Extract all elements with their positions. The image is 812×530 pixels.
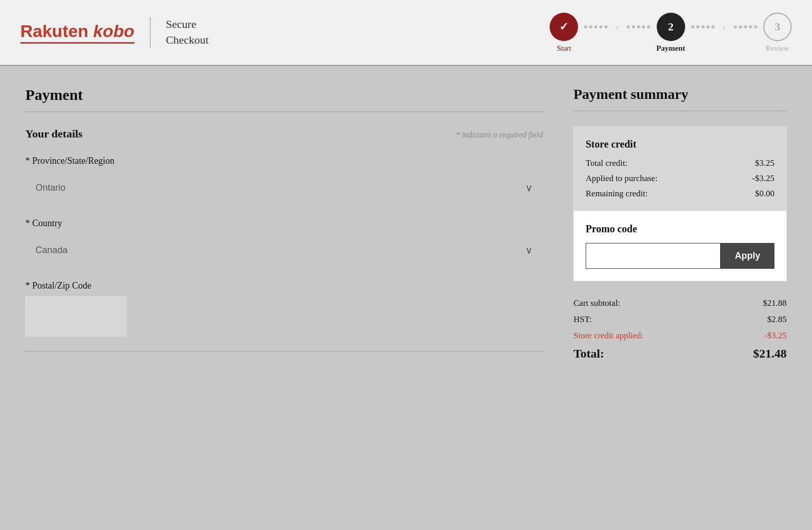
left-panel: Payment Your details * indicates a requi…	[25, 86, 573, 366]
summary-divider	[573, 111, 787, 111]
grand-total-row: Total: $21.48	[573, 347, 787, 361]
step-start-circle: ✓	[550, 13, 578, 41]
step-start-label: Start	[557, 44, 571, 53]
step-arrow-1: ›	[616, 22, 619, 44]
step-payment-number: 2	[668, 20, 673, 33]
section-divider-bottom	[25, 351, 543, 351]
credit-total-label: Total credit:	[586, 158, 627, 168]
logo-rakuten: Rakuten	[20, 21, 88, 41]
credit-remaining-value: $0.00	[755, 189, 774, 199]
store-credit-title: Store credit	[586, 138, 774, 150]
payment-title: Payment	[25, 86, 543, 103]
logo-kobo: kobo	[93, 21, 134, 41]
step-review-circle: 3	[763, 13, 792, 41]
step-payment: 2 Payment	[656, 13, 685, 53]
section-divider-top	[25, 112, 543, 112]
credit-total-value: $3.25	[755, 158, 774, 168]
main-content: Payment Your details * indicates a requi…	[0, 66, 812, 386]
credit-remaining-label: Remaining credit:	[586, 189, 648, 199]
step-dots-1	[584, 25, 607, 40]
step-start: ✓ Start	[550, 13, 578, 53]
credit-row-applied: Applied to purchase: -$3.25	[586, 173, 774, 184]
promo-code-input[interactable]	[586, 243, 721, 269]
hst-row: HST: $2.85	[573, 314, 787, 325]
your-details-label: Your details	[25, 127, 83, 140]
grand-total-value: $21.48	[753, 347, 787, 361]
step-dots-4	[734, 25, 757, 40]
province-chevron-icon: ∨	[525, 182, 533, 194]
step-review-number: 3	[775, 20, 781, 33]
credit-row-total: Total credit: $3.25	[586, 158, 774, 168]
your-details-row: Your details * indicates a required fiel…	[25, 127, 543, 140]
checkmark-icon: ✓	[559, 20, 568, 33]
postal-label: * Postal/Zip Code	[25, 280, 543, 291]
summary-title: Payment summary	[573, 86, 787, 102]
store-credit-applied-row: Store credit applied: -$3.25	[573, 331, 787, 341]
promo-box: Promo code Apply	[573, 211, 787, 281]
step-arrow-2: ›	[723, 22, 726, 44]
step-review-label: Review	[766, 44, 789, 53]
step-payment-label: Payment	[656, 44, 685, 53]
logo-divider	[150, 17, 151, 48]
postal-field-group: * Postal/Zip Code	[25, 280, 543, 337]
secure-checkout: Secure Checkout	[166, 17, 209, 48]
province-select-wrapper[interactable]: Ontario ∨	[25, 171, 543, 204]
country-label: * Country	[25, 218, 543, 229]
logo-area: Rakuten kobo Secure Checkout	[20, 17, 209, 48]
step-payment-circle: 2	[657, 13, 685, 41]
country-select[interactable]: Canada	[25, 234, 452, 266]
country-select-wrapper[interactable]: Canada ∨	[25, 234, 543, 266]
hst-label: HST:	[573, 314, 592, 325]
logo: Rakuten kobo	[20, 21, 134, 44]
promo-input-row: Apply	[586, 243, 774, 269]
header: Rakuten kobo Secure Checkout ✓ Start ›	[0, 0, 812, 66]
postal-input[interactable]	[25, 296, 127, 337]
country-chevron-icon: ∨	[525, 244, 533, 256]
step-dots-2	[627, 25, 650, 40]
step-review: 3 Review	[763, 13, 792, 53]
province-field-group: * Province/State/Region Ontario ∨	[25, 156, 543, 204]
step-dots-3	[691, 25, 715, 40]
country-field-group: * Country Canada ∨	[25, 218, 543, 266]
cart-subtotal-row: Cart subtotal: $21.88	[573, 298, 787, 308]
cart-subtotal-value: $21.88	[763, 298, 787, 308]
store-credit-box: Store credit Total credit: $3.25 Applied…	[573, 126, 787, 211]
province-select[interactable]: Ontario	[25, 171, 452, 204]
apply-button[interactable]: Apply	[721, 243, 774, 269]
hst-value: $2.85	[767, 314, 787, 325]
credit-row-remaining: Remaining credit: $0.00	[586, 189, 774, 199]
summary-totals: Cart subtotal: $21.88 HST: $2.85 Store c…	[573, 293, 787, 366]
credit-applied-value: -$3.25	[752, 173, 774, 184]
grand-total-label: Total:	[573, 347, 604, 361]
cart-subtotal-label: Cart subtotal:	[573, 298, 620, 308]
required-note: * indicates a required field	[456, 130, 543, 139]
logo-underline	[20, 42, 134, 44]
checkout-steps: ✓ Start › 2 Payment › 3	[550, 13, 792, 53]
right-panel: Payment summary Store credit Total credi…	[573, 86, 787, 366]
promo-title: Promo code	[586, 223, 774, 235]
store-credit-applied-value: -$3.25	[764, 331, 787, 341]
store-credit-applied-label: Store credit applied:	[573, 331, 644, 341]
province-label: * Province/State/Region	[25, 156, 543, 166]
credit-applied-label: Applied to purchase:	[586, 173, 658, 184]
